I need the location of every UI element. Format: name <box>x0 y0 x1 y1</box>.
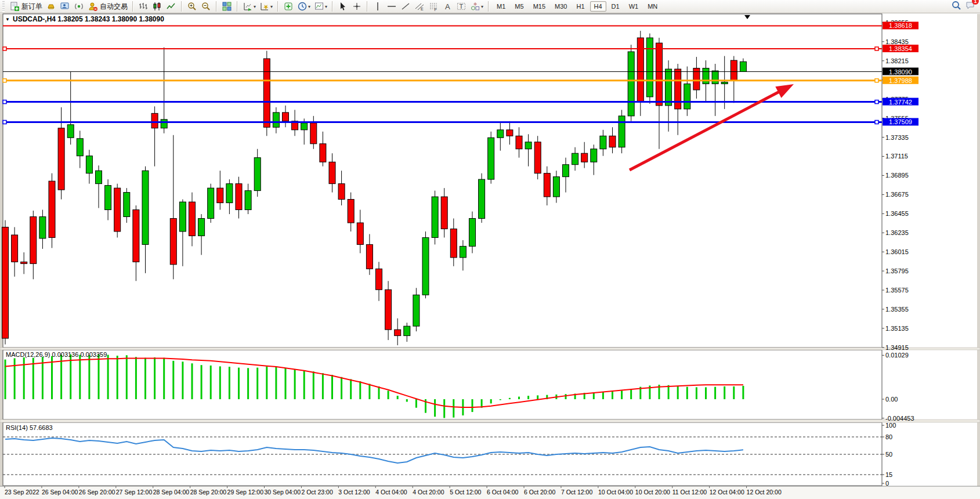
chevron-down-icon: ▾ <box>481 4 483 9</box>
time-tick-label: 6 Oct 20:00 <box>524 489 555 496</box>
line-handle[interactable] <box>3 100 6 104</box>
signals-button[interactable] <box>72 0 86 13</box>
toolbar-separator <box>488 1 489 12</box>
candle <box>581 153 588 162</box>
timeframe-button-d1[interactable]: D1 <box>607 1 624 12</box>
community-chat-button[interactable]: 1 <box>965 0 975 13</box>
toolbar-separator <box>181 1 182 12</box>
indicators-button[interactable] <box>281 0 295 13</box>
panel-splitter[interactable] <box>0 420 980 422</box>
new-chart-icon <box>243 1 253 12</box>
macd-tick-label: -0.004453 <box>885 415 914 422</box>
candle <box>404 326 410 335</box>
tile-windows-icon <box>222 1 232 12</box>
candle <box>395 330 401 335</box>
time-tick-label: 12 Oct 04:00 <box>710 489 744 496</box>
line-handle[interactable] <box>875 120 878 124</box>
templates-button[interactable]: ▾ <box>312 0 329 13</box>
timeframe-button-h4[interactable]: H4 <box>590 1 606 12</box>
line-handle[interactable] <box>875 79 878 82</box>
zoom-in-button[interactable] <box>185 0 199 13</box>
periods-button[interactable]: ▾ <box>295 0 312 13</box>
price-tick-label: 1.36235 <box>885 229 909 236</box>
time-tick-label: 23 Sep 2022 <box>5 489 39 496</box>
price-line-badge-label: 1.38618 <box>889 22 912 29</box>
line-handle[interactable] <box>875 47 878 50</box>
candle <box>656 43 663 106</box>
candle <box>563 165 569 177</box>
timeframe-button-mn[interactable]: MN <box>643 1 661 12</box>
line-chart-button[interactable] <box>164 0 178 13</box>
line-handle[interactable] <box>3 79 6 82</box>
candle <box>142 171 149 244</box>
candle <box>600 136 606 149</box>
text-label-button[interactable]: T <box>454 0 468 13</box>
candle <box>2 227 9 338</box>
text-button[interactable]: A <box>440 0 454 13</box>
timeframe-button-w1[interactable]: W1 <box>625 1 643 12</box>
fibonacci-button[interactable]: F <box>426 0 440 13</box>
text-label-icon: T <box>456 1 467 12</box>
panel-splitter[interactable] <box>0 348 980 350</box>
crosshair-button[interactable] <box>350 0 364 13</box>
new-order-button-label: 新订单 <box>21 2 42 12</box>
candlestick-chart-button[interactable] <box>150 0 164 13</box>
price-tick-label: 1.36455 <box>885 210 909 217</box>
candlestick-chart-icon <box>152 1 162 12</box>
search-button[interactable] <box>951 0 961 13</box>
timeframe-button-h1[interactable]: H1 <box>572 1 588 12</box>
toolbar-separator <box>367 1 368 12</box>
candle <box>675 69 681 109</box>
time-axis[interactable]: 23 Sep 202226 Sep 04:0026 Sep 20:0027 Se… <box>0 486 980 499</box>
line-handle[interactable] <box>875 100 878 104</box>
template-icon <box>314 1 324 12</box>
price-tick-label: 1.38435 <box>885 38 909 45</box>
chevron-down-icon: ▾ <box>254 4 256 9</box>
cursor-button[interactable] <box>336 0 350 13</box>
deposit-button[interactable] <box>44 0 58 13</box>
candle <box>646 38 653 97</box>
profiles-button[interactable]: ▾ <box>258 0 274 13</box>
chevron-down-icon: ▾ <box>270 4 273 9</box>
auto-trading-button[interactable]: 自动交易 <box>86 0 129 13</box>
line-handle[interactable] <box>3 47 6 50</box>
window-right-edge <box>977 14 980 499</box>
main-price-panel <box>3 14 882 348</box>
candle <box>49 181 55 237</box>
tile-windows-button[interactable] <box>220 0 234 13</box>
candle <box>376 269 382 290</box>
candle <box>208 188 214 218</box>
candle <box>198 218 205 236</box>
candle <box>77 139 83 156</box>
timeframe-button-m30[interactable]: M30 <box>551 1 571 12</box>
candle <box>516 136 522 149</box>
time-tick-label: 11 Oct 12:00 <box>672 489 707 496</box>
vertical-line-button[interactable] <box>371 0 385 13</box>
publish-button[interactable] <box>58 0 72 13</box>
new-order-button[interactable]: 新订单 <box>8 0 44 13</box>
line-handle[interactable] <box>3 120 6 124</box>
zoom-in-icon <box>187 1 197 12</box>
candle <box>450 229 457 257</box>
indicators-icon <box>283 1 294 12</box>
time-tick-label: 4 Oct 04:00 <box>375 489 407 496</box>
time-tick-label: 4 Oct 20:00 <box>413 489 444 496</box>
zoom-out-button[interactable] <box>199 0 213 13</box>
bar-chart-button[interactable] <box>136 0 150 13</box>
rsi-tick-label: 0 <box>885 480 889 487</box>
price-tick-label: 1.35135 <box>885 325 909 332</box>
horizontal-line-button[interactable] <box>385 0 399 13</box>
chart-canvas[interactable]: 1.386551.384351.382151.379951.377751.375… <box>0 0 980 499</box>
shapes-button[interactable]: ▾ <box>468 0 485 13</box>
timeframe-button-m1[interactable]: M1 <box>493 1 509 12</box>
channel-button[interactable]: E <box>413 0 426 13</box>
candle <box>591 149 597 162</box>
collapse-arrow-icon[interactable]: ▼ <box>5 17 10 22</box>
candle <box>236 184 242 210</box>
candle <box>189 202 196 236</box>
trendline-button[interactable] <box>399 0 413 13</box>
timeframe-button-m5[interactable]: M5 <box>511 1 527 12</box>
new-chart-button[interactable]: ▾ <box>241 0 258 13</box>
timeframe-button-m15[interactable]: M15 <box>529 1 549 12</box>
candle <box>310 123 317 144</box>
